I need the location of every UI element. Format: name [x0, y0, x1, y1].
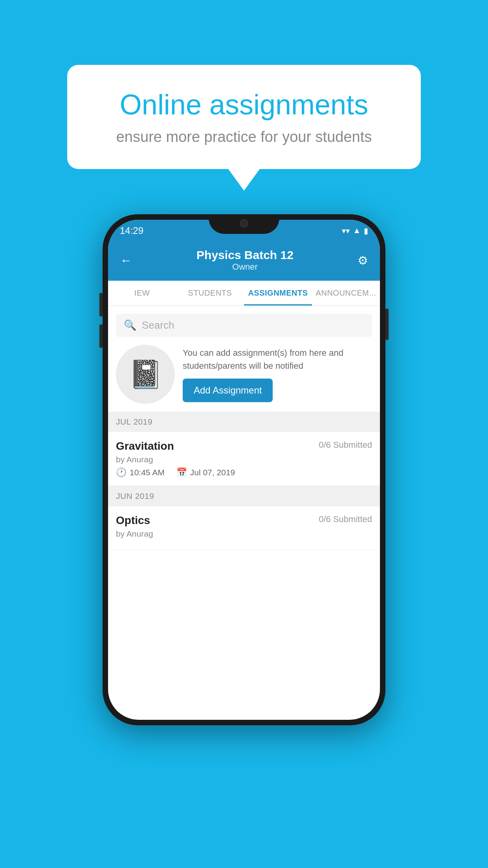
search-placeholder: Search	[142, 319, 174, 331]
notebook-icon: 📓	[128, 358, 163, 390]
section-header-jun: JUN 2019	[108, 486, 380, 506]
volume-up-button	[99, 293, 103, 316]
wifi-icon: ▾▾	[342, 226, 350, 235]
back-button[interactable]: ←	[120, 253, 132, 268]
phone-camera	[240, 219, 248, 228]
search-bar[interactable]: 🔍 Search	[116, 314, 372, 337]
assignment-author: by Anurag	[116, 455, 372, 464]
assignment-item-optics[interactable]: Optics 0/6 Submitted by Anurag	[108, 506, 380, 550]
speech-bubble-title: Online assignments	[99, 88, 389, 121]
status-icons: ▾▾ ▲ ▮	[342, 226, 368, 235]
search-icon: 🔍	[124, 319, 136, 331]
assignment-row-top-optics: Optics 0/6 Submitted	[116, 514, 372, 527]
assignment-submitted-optics: 0/6 Submitted	[319, 514, 372, 524]
assignment-time: 🕐 10:45 AM	[116, 467, 165, 478]
tab-assignments[interactable]: ASSIGNMENTS	[244, 281, 312, 305]
add-assignment-button[interactable]: Add Assignment	[183, 379, 273, 402]
speech-bubble-subtitle: ensure more practice for your students	[99, 129, 389, 145]
header-title: Physics Batch 12	[196, 248, 294, 262]
phone-notch	[209, 214, 279, 234]
calendar-icon: 📅	[176, 467, 187, 478]
section-header-jul: JUL 2019	[108, 412, 380, 432]
content-area: 🔍 Search 📓 You can add assignment(s) fro…	[108, 306, 380, 550]
tab-iew[interactable]: IEW	[108, 281, 176, 305]
promo-icon-circle: 📓	[116, 345, 175, 404]
speech-bubble: Online assignments ensure more practice …	[67, 65, 421, 169]
tab-announcements[interactable]: ANNOUNCEM...	[312, 281, 380, 305]
header-center: Physics Batch 12 Owner	[196, 248, 294, 272]
signal-icon: ▲	[353, 226, 361, 235]
tabs-bar: IEW STUDENTS ASSIGNMENTS ANNOUNCEM...	[108, 281, 380, 306]
assignment-date: 📅 Jul 07, 2019	[176, 467, 235, 478]
volume-down-button	[99, 324, 103, 348]
assignment-item-gravitation[interactable]: Gravitation 0/6 Submitted by Anurag 🕐 10…	[108, 432, 380, 486]
assignment-promo: 📓 You can add assignment(s) from here an…	[116, 345, 372, 404]
assignment-author-optics: by Anurag	[116, 529, 372, 539]
tab-students[interactable]: STUDENTS	[176, 281, 244, 305]
promo-text-area: You can add assignment(s) from here and …	[183, 346, 372, 402]
assignment-name: Gravitation	[116, 440, 174, 452]
speech-bubble-wrapper: Online assignments ensure more practice …	[67, 65, 421, 191]
phone-mockup: 14:29 ▾▾ ▲ ▮ ← Physics Batch 12 Owner ⚙ …	[103, 214, 385, 725]
battery-icon: ▮	[364, 226, 368, 235]
power-button	[385, 309, 389, 340]
app-header: ← Physics Batch 12 Owner ⚙	[108, 241, 380, 281]
phone-screen: 14:29 ▾▾ ▲ ▮ ← Physics Batch 12 Owner ⚙ …	[108, 220, 380, 720]
assignment-meta: 🕐 10:45 AM 📅 Jul 07, 2019	[116, 467, 372, 478]
assignment-submitted: 0/6 Submitted	[319, 440, 372, 450]
promo-description: You can add assignment(s) from here and …	[183, 346, 372, 372]
assignment-row-top: Gravitation 0/6 Submitted	[116, 440, 372, 452]
settings-button[interactable]: ⚙	[358, 254, 368, 267]
speech-bubble-arrow	[228, 169, 260, 191]
assignment-name-optics: Optics	[116, 514, 150, 527]
clock-icon: 🕐	[116, 467, 127, 478]
header-subtitle: Owner	[196, 262, 294, 272]
status-time: 14:29	[120, 225, 143, 236]
